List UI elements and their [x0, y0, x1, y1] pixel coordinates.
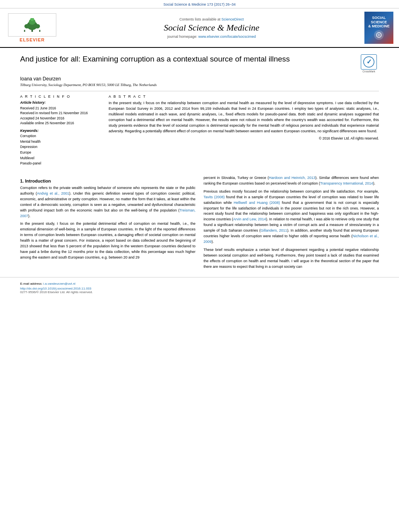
article-history-label: Article history:: [20, 101, 101, 105]
journal-header: ELSEVIER Contents lists available at Sci…: [0, 8, 399, 48]
ref-andvig[interactable]: Andvig et al., 2001: [37, 191, 69, 195]
homepage-prefix: journal homepage:: [167, 35, 198, 39]
article-title-section: And justice for all: Examining corruptio…: [0, 48, 399, 170]
copyright-line: © 2016 Elsevier Ltd. All rights reserved…: [109, 136, 379, 140]
elsevier-tree-icon: [20, 18, 44, 32]
body-left-text: Corruption refers to the private wealth …: [20, 185, 195, 261]
body-two-col: 1. Introduction Corruption refers to the…: [20, 175, 379, 272]
ref-arvin[interactable]: Arvin and Lew, 2014: [233, 217, 266, 221]
journal-homepage-line: journal homepage: www.elsevier.com/locat…: [64, 35, 359, 39]
keyword-4: Europe: [20, 150, 101, 156]
elsevier-logo-image: [8, 13, 56, 37]
article-received: Received 21 June 2016 Received in revise…: [20, 106, 101, 125]
journal-center-header: Contents lists available at ScienceDirec…: [64, 17, 359, 39]
crossmark-badge[interactable]: ✓ CrossMark: [359, 54, 379, 73]
article-title-area: And justice for all: Examining corruptio…: [20, 54, 379, 73]
ref-helliwell[interactable]: Helliwell and Huang (2008): [234, 201, 280, 205]
journal-reference-bar: Social Science & Medicine 173 (2017) 26–…: [0, 0, 399, 8]
svg-text:✓: ✓: [366, 58, 372, 65]
svg-rect-7: [39, 30, 41, 32]
keywords-list: Corruption Mental health Depression Euro…: [20, 134, 101, 166]
ref-hardoon[interactable]: Hardoon and Heinrich, 2013: [269, 176, 315, 180]
keywords-label: Keywords:: [20, 129, 101, 133]
cover-title: SOCIAL SCIENCE & MEDICINE: [368, 16, 389, 29]
elsevier-wordmark: ELSEVIER: [20, 37, 45, 42]
article-info-column: A R T I C L E I N F O Article history: R…: [20, 94, 101, 166]
keyword-3: Depression: [20, 144, 101, 150]
ref-treisman[interactable]: Treisman, 2007: [20, 208, 195, 218]
abstract-text: In the present study, I focus on the rel…: [109, 101, 379, 134]
ref-transparency[interactable]: Transparency International, 2014: [320, 181, 373, 185]
body-section: 1. Introduction Corruption refers to the…: [0, 170, 399, 272]
contents-prefix: Contents lists available at: [179, 17, 222, 21]
sciencedirect-link[interactable]: ScienceDirect: [222, 17, 244, 21]
elsevier-logo-area: ELSEVIER: [4, 13, 60, 42]
abstract-heading: A B S T R A C T: [109, 94, 379, 99]
keyword-5: Multilevel: [20, 156, 101, 161]
author-affiliation: Tilburg University, Sociology Department…: [20, 83, 379, 87]
journal-cover-image: SOCIAL SCIENCE & MEDICINE: [364, 12, 393, 44]
cover-icon: [374, 30, 384, 40]
article-info-heading: A R T I C L E I N F O: [20, 94, 101, 99]
body-right-text: percent in Slovakia, Turkey or Greece (H…: [204, 175, 379, 270]
ref-nicholson[interactable]: Nicholson et al., 2009: [204, 234, 379, 244]
keyword-2: Mental health: [20, 139, 101, 145]
crossmark-label: CrossMark: [362, 70, 375, 73]
article-title: And justice for all: Examining corruptio…: [20, 54, 351, 64]
footer-issn: 0277-9536/© 2016 Elsevier Ltd. All right…: [20, 290, 379, 294]
section1-title: 1. Introduction: [20, 179, 195, 183]
body-left-column: 1. Introduction Corruption refers to the…: [20, 175, 195, 272]
footer-section: E-mail address: i.a.vandeurzen@uvt.nl ht…: [0, 277, 399, 296]
author-name: Ioana van Deurzen: [20, 76, 379, 82]
keyword-6: Pseudo-panel: [20, 161, 101, 166]
svg-point-4: [25, 24, 30, 28]
journal-title: Social Science & Medicine: [64, 23, 359, 33]
abstract-column: A B S T R A C T In the present study, I …: [109, 94, 379, 166]
page: Social Science & Medicine 173 (2017) 26–…: [0, 0, 399, 532]
footer-doi[interactable]: http://dx.doi.org/10.1016/j.socscimed.20…: [20, 287, 379, 290]
footnote-email: E-mail address: i.a.vandeurzen@uvt.nl: [20, 281, 379, 286]
info-abstract-row: A R T I C L E I N F O Article history: R…: [20, 94, 379, 166]
svg-rect-6: [24, 30, 25, 32]
contents-line: Contents lists available at ScienceDirec…: [64, 17, 359, 21]
ref-gillanders[interactable]: Gillanders, 2011: [261, 228, 287, 232]
journal-cover-area: SOCIAL SCIENCE & MEDICINE: [363, 12, 395, 44]
divider-1: [20, 91, 379, 91]
body-right-column: percent in Slovakia, Turkey or Greece (H…: [204, 175, 379, 272]
ref-tavits[interactable]: Tavits (2008): [204, 195, 225, 199]
journal-homepage-link[interactable]: www.elsevier.com/locate/socscimed: [198, 35, 256, 39]
svg-point-5: [35, 24, 40, 28]
keywords-section: Keywords: Corruption Mental health Depre…: [20, 129, 101, 166]
author-email-link[interactable]: i.a.vandeurzen@uvt.nl: [43, 282, 76, 286]
journal-ref-text: Social Science & Medicine 173 (2017) 26–…: [163, 2, 236, 6]
crossmark-logo[interactable]: ✓: [361, 54, 377, 70]
keyword-1: Corruption: [20, 134, 101, 139]
